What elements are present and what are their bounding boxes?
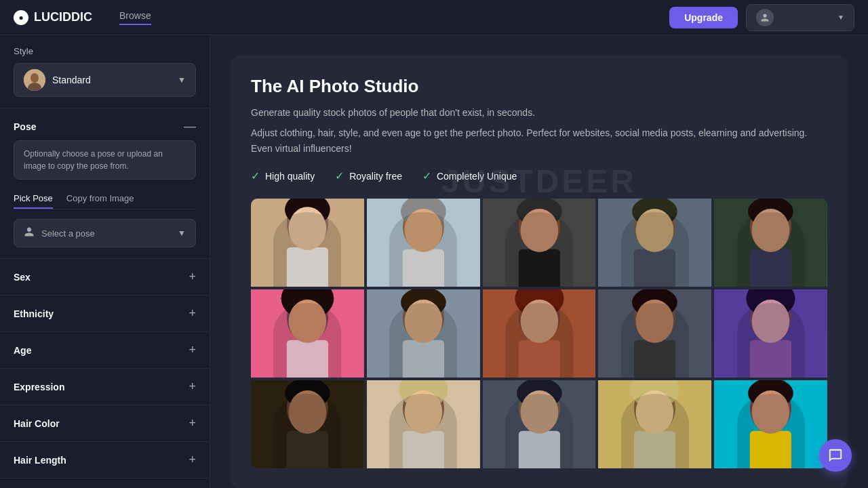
feature-text-2: Royality free: [349, 171, 402, 182]
style-select[interactable]: Standard ▼: [14, 63, 196, 97]
photo-cell[interactable]: [714, 380, 827, 468]
nav-browse[interactable]: Browse: [119, 10, 151, 25]
svg-point-17: [520, 209, 558, 252]
pose-select-text: Select a pose: [41, 228, 171, 239]
pose-chevron-icon: ▼: [178, 228, 186, 238]
svg-point-56: [285, 380, 330, 408]
photo-cell[interactable]: [483, 289, 596, 378]
style-avatar-icon: [24, 69, 45, 91]
photo-cell[interactable]: [251, 199, 364, 287]
chat-button[interactable]: [819, 439, 852, 472]
photo-cell[interactable]: [367, 289, 480, 378]
svg-rect-43: [598, 289, 711, 378]
feature-royalty-free: ✓ Royality free: [335, 169, 402, 182]
logo-text: LUCIDDIC: [34, 10, 92, 24]
style-section: Style Standard ▼: [0, 35, 210, 108]
svg-point-66: [517, 380, 562, 408]
pose-header: Pose —: [14, 119, 196, 134]
photo-cell[interactable]: [483, 199, 596, 287]
photo-cell[interactable]: [251, 289, 364, 378]
svg-rect-35: [403, 340, 444, 378]
svg-point-76: [748, 380, 793, 408]
svg-point-71: [631, 380, 679, 408]
upgrade-button[interactable]: Upgrade: [669, 7, 738, 28]
age-section[interactable]: Age +: [0, 332, 210, 369]
svg-point-12: [404, 209, 442, 252]
right-panel: The AI Photo Studio Generate quality sto…: [210, 35, 868, 488]
svg-rect-55: [287, 431, 328, 468]
photo-cell[interactable]: [714, 199, 827, 287]
svg-rect-60: [403, 431, 444, 468]
check-icon-2: ✓: [335, 169, 344, 182]
photo-cell[interactable]: [483, 380, 596, 468]
svg-point-77: [752, 390, 790, 434]
photo-cell[interactable]: [251, 380, 364, 468]
svg-rect-75: [750, 431, 791, 468]
svg-point-21: [632, 199, 677, 226]
svg-rect-8: [367, 199, 480, 287]
tab-pick-pose[interactable]: Pick Pose: [14, 189, 53, 209]
svg-point-61: [399, 380, 448, 408]
svg-rect-40: [518, 340, 559, 378]
svg-point-52: [752, 300, 790, 343]
logo-icon: ●: [14, 10, 28, 25]
hair-length-label: Hair Length: [14, 455, 66, 466]
expression-expand-icon: +: [189, 380, 196, 394]
svg-point-22: [636, 209, 674, 252]
expression-section[interactable]: Expression +: [0, 369, 210, 405]
ethnicity-label: Ethnicity: [14, 308, 54, 319]
hair-color-label: Hair Color: [14, 418, 60, 429]
hair-length-section[interactable]: Hair Length +: [0, 442, 210, 479]
svg-rect-30: [287, 340, 328, 378]
photo-cell[interactable]: [598, 380, 711, 468]
hair-length-expand-icon: +: [189, 453, 196, 467]
pose-select-dropdown[interactable]: Select a pose ▼: [14, 219, 196, 247]
style-name: Standard: [52, 75, 171, 85]
svg-rect-50: [750, 340, 791, 378]
pose-title: Pose: [14, 121, 36, 132]
photo-cell[interactable]: [714, 289, 827, 378]
svg-point-1: [31, 73, 39, 83]
photo-cell[interactable]: [367, 380, 480, 468]
pose-hint: Optionally choose a pose or upload an im…: [14, 140, 196, 180]
svg-rect-65: [518, 431, 559, 468]
ethnicity-section[interactable]: Ethnicity +: [0, 296, 210, 332]
svg-point-6: [285, 199, 330, 226]
sidebar: Style Standard ▼ Pose — Optionally choo: [0, 35, 210, 488]
svg-rect-3: [251, 199, 364, 287]
svg-rect-20: [634, 249, 675, 287]
svg-point-41: [515, 289, 564, 317]
photo-cell[interactable]: [598, 289, 711, 378]
hero-title: The AI Photo Studio: [251, 76, 827, 97]
svg-point-46: [632, 289, 677, 317]
user-dropdown[interactable]: ▼: [746, 4, 854, 31]
svg-point-31: [281, 289, 334, 319]
chevron-down-icon: ▼: [837, 14, 844, 21]
age-expand-icon: +: [189, 343, 196, 357]
svg-rect-70: [634, 431, 675, 468]
expression-label: Expression: [14, 382, 64, 392]
topnav: ● LUCIDDIC Browse Upgrade ▼: [0, 0, 868, 35]
feature-high-quality: ✓ High quality: [251, 169, 315, 182]
photo-cell[interactable]: [598, 199, 711, 287]
svg-rect-45: [634, 340, 675, 378]
hair-color-expand-icon: +: [189, 416, 196, 430]
photo-cell[interactable]: [367, 199, 480, 287]
sex-section[interactable]: Sex +: [0, 259, 210, 296]
svg-rect-58: [367, 380, 480, 468]
svg-rect-5: [287, 247, 328, 287]
hair-color-section[interactable]: Hair Color +: [0, 405, 210, 442]
svg-rect-13: [483, 199, 596, 287]
hero-desc2: Adjust clothing, hair, style, and even a…: [251, 125, 827, 156]
feature-unique: ✓ Completely Unique: [422, 169, 517, 182]
tab-copy-from-image[interactable]: Copy from Image: [66, 189, 134, 209]
check-icon-3: ✓: [422, 169, 431, 182]
svg-rect-73: [714, 380, 827, 468]
svg-point-57: [289, 390, 327, 434]
svg-point-72: [636, 390, 674, 434]
pose-collapse-icon[interactable]: —: [184, 119, 196, 134]
svg-rect-10: [403, 249, 444, 287]
svg-point-62: [404, 390, 442, 434]
hero-section: The AI Photo Studio Generate quality sto…: [231, 56, 848, 488]
check-icon-1: ✓: [251, 169, 260, 182]
